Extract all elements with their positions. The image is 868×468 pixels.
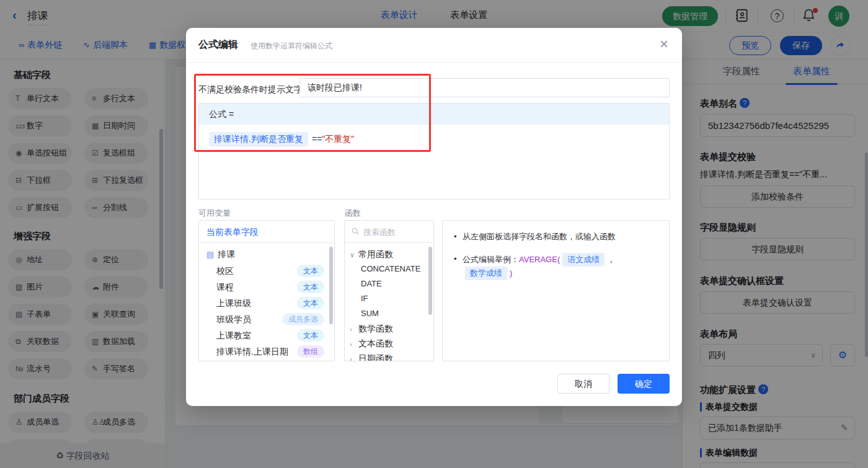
function-item[interactable]: SUM (345, 306, 433, 321)
example-field-chip: 语文成绩 (562, 253, 604, 267)
function-item[interactable]: CONCATENATE (345, 262, 433, 276)
variable-type-tag: 文本 (297, 329, 324, 342)
variable-type-tag: 数组 (297, 345, 324, 358)
cancel-button[interactable]: 取消 (557, 374, 609, 394)
function-group-common[interactable]: ∨常用函数 (345, 247, 433, 262)
modal-subtitle: 使用数学运算符编辑公式 (250, 41, 332, 51)
prompt-text-input[interactable] (299, 78, 670, 97)
variables-panel: 当前表单字段 ▤排课 校区文本 课程文本 上课班级文本 班级学员成员多选 上课教… (198, 220, 335, 361)
help-tip-2: 公式编辑举例：AVERAGE(语文成绩，数学成绩) (454, 253, 658, 280)
chevron-down-icon: ∨ (350, 247, 358, 262)
form-file-icon: ▤ (206, 250, 214, 259)
example-function-open: AVERAGE( (519, 255, 560, 264)
function-group-text[interactable]: ›文本函数 (345, 336, 433, 351)
variables-scrollbar[interactable] (329, 247, 333, 324)
help-panel: 从左侧面板选择字段名和函数，或输入函数 公式编辑举例：AVERAGE(语文成绩，… (442, 220, 670, 361)
formula-expression[interactable]: 排课详情.判断是否重复=="不重复" (209, 132, 354, 147)
variable-row[interactable]: 排课详情.上课日期数组 (199, 343, 334, 360)
chevron-right-icon: › (350, 337, 358, 351)
form-node[interactable]: ▤排课 (199, 245, 334, 263)
help-tip-1: 从左侧面板选择字段名和函数，或输入函数 (454, 231, 658, 243)
variable-row[interactable]: 上课班级文本 (199, 295, 334, 311)
chevron-right-icon: › (350, 351, 358, 361)
variables-tree: ▤排课 校区文本 课程文本 上课班级文本 班级学员成员多选 上课教室文本 排课详… (199, 245, 334, 360)
formula-field-chip[interactable]: 排课详情.判断是否重复 (209, 132, 308, 147)
variable-type-tag: 成员多选 (282, 313, 324, 325)
modal-header: 公式编辑 使用数学运算符编辑公式 × (186, 28, 682, 63)
formula-editor-box[interactable]: 公式 = 排课详情.判断是否重复=="不重复" (198, 103, 670, 200)
function-group-date[interactable]: ›日期函数 (345, 351, 433, 361)
search-functions-input[interactable] (363, 225, 428, 239)
example-function-close: ) (510, 268, 512, 278)
modal-title: 公式编辑 (198, 38, 238, 51)
variable-row[interactable]: 上课教室文本 (199, 327, 334, 343)
formula-editor-modal: 公式编辑 使用数学运算符编辑公式 × 不满足校验条件时提示文字: 公式 = 排课… (186, 28, 682, 406)
functions-scrollbar[interactable] (428, 247, 432, 315)
functions-panel: ∨常用函数 CONCATENATE DATE IF SUM ›数学函数 ›文本函… (344, 220, 434, 361)
chevron-right-icon: › (350, 322, 358, 337)
formula-string-literal: "不重复" (322, 134, 354, 144)
close-icon[interactable]: × (660, 37, 668, 51)
prompt-text-label: 不满足校验条件时提示文字: (198, 80, 305, 99)
functions-tree: ∨常用函数 CONCATENATE DATE IF SUM ›数学函数 ›文本函… (345, 247, 433, 361)
formula-operator: == (312, 134, 322, 144)
variable-type-tag: 文本 (297, 297, 324, 309)
variable-type-tag: 文本 (297, 281, 324, 293)
function-group-math[interactable]: ›数学函数 (345, 321, 433, 336)
variable-row[interactable]: 校区文本 (199, 263, 334, 279)
function-item[interactable]: DATE (345, 276, 433, 291)
functions-label: 函数 (345, 208, 361, 219)
variable-row[interactable]: 班级学员成员多选 (199, 311, 334, 327)
variable-row[interactable]: 课程文本 (199, 279, 334, 295)
search-icon (351, 227, 360, 236)
example-field-chip: 数学成绩 (465, 267, 507, 280)
function-search (345, 221, 433, 243)
function-item[interactable]: IF (345, 291, 433, 306)
variables-label: 可用变量 (198, 208, 231, 219)
formula-header-bar: 公式 = (199, 104, 669, 125)
tab-current-form-fields[interactable]: 当前表单字段 (199, 221, 334, 243)
variable-type-tag: 文本 (297, 265, 324, 277)
confirm-button[interactable]: 确定 (618, 374, 670, 394)
